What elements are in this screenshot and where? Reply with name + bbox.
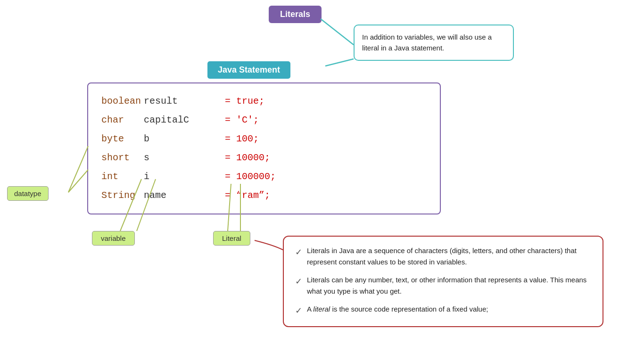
check-icon-3: ✓ xyxy=(295,304,302,318)
val-10000: = 10000; xyxy=(225,148,270,167)
svg-line-0 xyxy=(321,19,354,45)
val-100: = 100; xyxy=(225,130,259,148)
var-name: name xyxy=(144,186,205,205)
datatype-byte: byte xyxy=(101,130,144,148)
info-callout: In addition to variables, we will also u… xyxy=(354,25,514,61)
code-line-1: boolean result = true; xyxy=(101,92,427,111)
code-line-6: String name = “ram”; xyxy=(101,186,427,205)
svg-line-1 xyxy=(325,59,354,66)
val-true: = true; xyxy=(225,92,264,111)
literal-bullet-3: ✓ A literal is the source code represent… xyxy=(295,304,591,318)
literal-info-box: ✓ Literals in Java are a sequence of cha… xyxy=(283,236,603,327)
java-badge: Java Statement xyxy=(207,61,290,79)
literal-bullet-2: ✓ Literals can be any number, text, or o… xyxy=(295,274,591,297)
java-badge-text: Java Statement xyxy=(218,65,280,74)
literal-bullet-1: ✓ Literals in Java are a sequence of cha… xyxy=(295,245,591,268)
var-capitalc: capitalC xyxy=(144,111,205,130)
check-icon-1: ✓ xyxy=(295,246,302,259)
var-b: b xyxy=(144,130,205,148)
literal-label: Literal xyxy=(213,231,250,246)
datatype-string: String xyxy=(101,186,144,205)
code-line-5: int i = 100000; xyxy=(101,167,427,186)
var-result: result xyxy=(144,92,205,111)
val-ram: = “ram”; xyxy=(225,186,270,205)
code-line-3: byte b = 100; xyxy=(101,130,427,148)
check-icon-2: ✓ xyxy=(295,275,302,288)
val-100000: = 100000; xyxy=(225,167,276,186)
svg-line-2 xyxy=(68,146,88,192)
datatype-char: char xyxy=(101,111,144,130)
code-line-2: char capitalC = 'C'; xyxy=(101,111,427,130)
literal-italic: literal xyxy=(313,305,330,313)
info-callout-text: In addition to variables, we will also u… xyxy=(362,33,492,52)
code-box: boolean result = true; char capitalC = '… xyxy=(87,82,441,214)
var-s: s xyxy=(144,148,205,167)
var-i: i xyxy=(144,167,205,186)
variable-label: variable xyxy=(92,231,135,246)
datatype-boolean: boolean xyxy=(101,92,144,111)
datatype-label: datatype xyxy=(7,186,49,201)
code-line-4: short s = 10000; xyxy=(101,148,427,167)
datatype-short: short xyxy=(101,148,144,167)
title-badge: Literals xyxy=(269,6,322,23)
title-text: Literals xyxy=(280,9,310,19)
datatype-int: int xyxy=(101,167,144,186)
svg-line-3 xyxy=(68,170,88,192)
val-c: = 'C'; xyxy=(225,111,259,130)
